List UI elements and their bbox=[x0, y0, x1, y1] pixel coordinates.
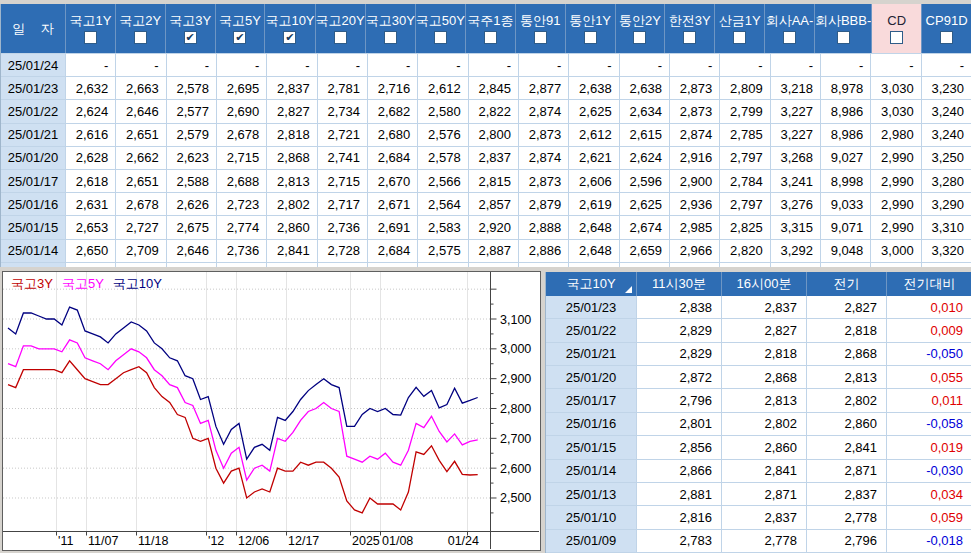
table-row[interactable]: 25/01/092,7832,7782,796-0,018 bbox=[546, 530, 971, 553]
table-row[interactable]: 25/01/142,6502,7092,6462,7362,8412,7282,… bbox=[1, 240, 971, 263]
column-header-11[interactable]: 통안1Y bbox=[565, 4, 615, 53]
column-header-label: 국고30Y bbox=[366, 14, 415, 28]
value-cell: 2,874 bbox=[518, 100, 568, 122]
value-1130: 2,783 bbox=[636, 530, 721, 552]
table-row[interactable]: 25/01/142,8662,8412,871-0,030 bbox=[546, 460, 971, 483]
column-header-4[interactable]: 전기대비 bbox=[886, 272, 971, 296]
column-header-10[interactable]: 통안91 bbox=[515, 4, 565, 53]
value-cell: 3,310 bbox=[921, 216, 971, 238]
column-header-14[interactable]: 산금1Y bbox=[714, 4, 764, 53]
column-checkbox[interactable] bbox=[783, 31, 796, 44]
value-cell: 2,648 bbox=[568, 240, 618, 262]
column-checkbox[interactable] bbox=[534, 31, 547, 44]
table-row[interactable]: 25/01/172,7962,8132,8020,011 bbox=[546, 389, 971, 412]
column-header-3[interactable]: 국고3Y✔ bbox=[165, 4, 215, 53]
value-cell: 3,218 bbox=[770, 77, 820, 99]
column-header-8[interactable]: 국고50Y bbox=[415, 4, 465, 53]
column-header-label: 국고10Y bbox=[265, 14, 314, 28]
legend-item-국고10Y: 국고10Y bbox=[113, 275, 162, 293]
table-row[interactable]: 25/01/172,6182,6512,5882,6882,8132,7152,… bbox=[1, 170, 971, 193]
column-header-5[interactable]: 국고10Y✔ bbox=[264, 4, 314, 53]
column-checkbox-checked[interactable]: ✔ bbox=[233, 31, 246, 44]
date-cell: 25/01/24 bbox=[1, 54, 65, 76]
table-row[interactable]: 25/01/222,8292,8272,8180,009 bbox=[546, 319, 971, 342]
table-row[interactable]: 25/01/152,6532,7272,6752,7742,8602,7362,… bbox=[1, 216, 971, 239]
table-row[interactable]: 25/01/162,6312,6782,6262,7232,8022,7172,… bbox=[1, 193, 971, 216]
table-row[interactable]: 25/01/202,6282,6622,6232,7152,8682,7412,… bbox=[1, 147, 971, 170]
value-cell: 2,886 bbox=[518, 240, 568, 262]
column-header-13[interactable]: 한전3Y bbox=[664, 4, 714, 53]
value-cell: 2,680 bbox=[367, 124, 417, 146]
value-cell: 8,986 bbox=[820, 100, 870, 122]
column-header-12[interactable]: 통안2Y bbox=[615, 4, 665, 53]
column-header-1[interactable]: 11시30분 bbox=[636, 272, 721, 296]
value-prev: 2,837 bbox=[806, 483, 886, 505]
table-row[interactable]: 25/01/232,8382,8372,8270,010 bbox=[546, 296, 971, 319]
value-cell: 2,623 bbox=[166, 147, 216, 169]
column-header-9[interactable]: 국주1종 bbox=[465, 4, 515, 53]
table-row[interactable]: 25/01/152,8562,8602,8410,019 bbox=[546, 436, 971, 459]
table-row[interactable]: 25/01/212,6162,6512,5792,6782,8182,7212,… bbox=[1, 124, 971, 147]
column-header-17[interactable]: CD bbox=[871, 4, 921, 53]
column-checkbox[interactable] bbox=[733, 31, 746, 44]
column-header-4[interactable]: 국고5Y✔ bbox=[215, 4, 265, 53]
column-checkbox[interactable] bbox=[633, 31, 646, 44]
value-cell: 2,621 bbox=[568, 147, 618, 169]
column-header-3[interactable]: 전기 bbox=[806, 272, 886, 296]
column-checkbox[interactable] bbox=[940, 31, 953, 44]
column-header-18[interactable]: CP91D bbox=[921, 4, 971, 53]
table-row[interactable]: 25/01/212,8292,8182,868-0,050 bbox=[546, 343, 971, 366]
axis-tick-label: '12 bbox=[208, 534, 224, 548]
table-row[interactable]: 25/01/222,6242,6462,5772,6902,8272,7342,… bbox=[1, 100, 971, 123]
column-header-16[interactable]: 회사BBB- bbox=[814, 4, 871, 53]
axis-tick-label: 2,700 bbox=[500, 432, 531, 446]
value-1130: 2,881 bbox=[636, 483, 721, 505]
value-cell: 2,888 bbox=[518, 216, 568, 238]
partial-cell bbox=[266, 263, 316, 267]
value-cell: 2,646 bbox=[115, 100, 165, 122]
column-header-1[interactable]: 국고1Y bbox=[65, 4, 115, 53]
value-cell: 2,615 bbox=[619, 124, 669, 146]
column-header-2[interactable]: 16시00분 bbox=[721, 272, 806, 296]
column-checkbox[interactable] bbox=[584, 31, 597, 44]
date-cell: 25/01/17 bbox=[1, 170, 65, 192]
column-checkbox[interactable] bbox=[384, 31, 397, 44]
column-checkbox[interactable] bbox=[134, 31, 147, 44]
date-column-header[interactable]: 일 자 bbox=[1, 4, 65, 53]
value-cell: 2,734 bbox=[317, 100, 367, 122]
value-cell: 2,827 bbox=[266, 100, 316, 122]
date-cell: 25/01/20 bbox=[546, 366, 636, 388]
chart-legend: 국고3Y국고5Y국고10Y bbox=[11, 275, 162, 293]
ktb10y-detail-table: 국고10Y 11시30분16시00분전기전기대비 25/01/232,8382,… bbox=[545, 272, 971, 553]
value-cell: 2,877 bbox=[518, 77, 568, 99]
column-checkbox[interactable] bbox=[484, 31, 497, 44]
table-row[interactable]: 25/01/132,8812,8712,8370,034 bbox=[546, 483, 971, 506]
column-header-2[interactable]: 국고2Y bbox=[115, 4, 165, 53]
column-checkbox-checked[interactable]: ✔ bbox=[184, 31, 197, 44]
value-cell: 2,857 bbox=[468, 193, 518, 215]
table-row[interactable]: 25/01/232,6322,6632,5782,6952,8372,7812,… bbox=[1, 77, 971, 100]
column-checkbox[interactable] bbox=[334, 31, 347, 44]
column-header-15[interactable]: 회사AA- bbox=[764, 4, 814, 53]
value-cell: 2,648 bbox=[568, 216, 618, 238]
value-cell: 2,715 bbox=[317, 170, 367, 192]
value-cell: 2,695 bbox=[216, 77, 266, 99]
value-1600: 2,868 bbox=[721, 366, 806, 388]
column-checkbox-checked[interactable]: ✔ bbox=[283, 31, 296, 44]
column-checkbox[interactable] bbox=[434, 31, 447, 44]
column-header-7[interactable]: 국고30Y bbox=[365, 4, 415, 53]
value-1600: 2,802 bbox=[721, 413, 806, 435]
value-prev: 2,827 bbox=[806, 296, 886, 318]
column-header-6[interactable]: 국고20Y bbox=[315, 4, 365, 53]
sort-header-ktb10y[interactable]: 국고10Y bbox=[546, 272, 636, 296]
column-checkbox[interactable] bbox=[84, 31, 97, 44]
value-cell: 2,619 bbox=[568, 193, 618, 215]
column-checkbox[interactable] bbox=[837, 31, 850, 44]
table-row[interactable]: 25/01/162,8012,8022,860-0,058 bbox=[546, 413, 971, 436]
column-header-label: CD bbox=[887, 14, 906, 28]
table-row[interactable]: 25/01/202,8722,8682,8130,055 bbox=[546, 366, 971, 389]
column-checkbox[interactable] bbox=[683, 31, 696, 44]
column-checkbox[interactable] bbox=[890, 31, 903, 44]
table-row[interactable]: 25/01/24------------------ bbox=[1, 54, 971, 77]
table-row[interactable]: 25/01/102,8162,8372,7780,059 bbox=[546, 506, 971, 529]
